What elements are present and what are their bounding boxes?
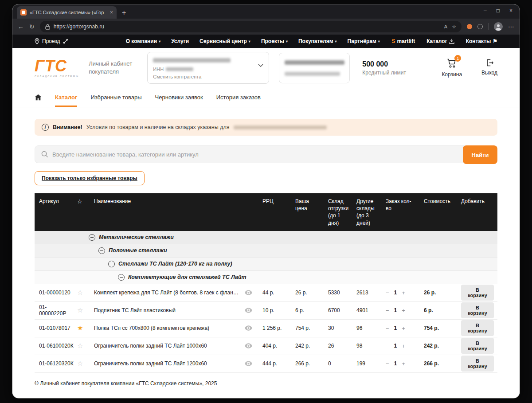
qty-minus-button[interactable]: −	[386, 360, 389, 367]
collapse-minus-icon[interactable]	[98, 247, 105, 254]
chevron-down-icon[interactable]	[258, 64, 263, 67]
cost-cell: 754 р.	[419, 325, 457, 331]
toolbar-divider	[488, 23, 489, 30]
reload-icon[interactable]: ↻	[29, 23, 35, 30]
nav-item-smartlift[interactable]: Smartlift	[391, 38, 415, 44]
minimize-button[interactable]: –	[484, 8, 487, 14]
contact-info	[279, 53, 350, 83]
collapse-minus-icon[interactable]	[108, 261, 115, 267]
category-row[interactable]: Комплектующие для стеллажей ТС Лайт	[35, 271, 497, 284]
tab-favorites[interactable]: Избранные товары	[90, 88, 141, 107]
qty-minus-button[interactable]: −	[386, 325, 389, 332]
nav-item-label: Партнёрам	[348, 38, 376, 44]
brand-s: S	[391, 38, 395, 44]
tab-order-history[interactable]: История заказов	[216, 88, 261, 107]
tab-drafts[interactable]: Черновики заявок	[155, 88, 203, 107]
nav-item-contacts[interactable]: Контакты ⚑	[466, 38, 497, 44]
qty-plus-button[interactable]: +	[402, 325, 405, 332]
qty-plus-button[interactable]: +	[402, 290, 405, 296]
qty-plus-button[interactable]: +	[402, 307, 405, 314]
browser-tab[interactable]: «ГТС Складские системы» («Гор ×	[17, 6, 117, 19]
add-to-cart-button[interactable]: В корзину	[461, 356, 494, 372]
page-footer: © Личный кабинет покупателя компании «ГТ…	[12, 373, 520, 398]
category-row[interactable]: Стеллажи ТС Лайт (120-170 кг на полку)	[35, 258, 497, 271]
logout-button[interactable]: Выход	[481, 58, 497, 78]
close-button[interactable]: ×	[509, 8, 512, 14]
favorite-star-icon[interactable]: ★	[77, 324, 83, 332]
browser-essentials-icon[interactable]	[477, 24, 483, 29]
extension-orange-icon[interactable]	[467, 24, 472, 29]
qty-plus-button[interactable]: +	[402, 360, 405, 367]
favorite-star-icon[interactable]: ☆	[77, 360, 83, 367]
transit-link[interactable]: Проезд	[35, 38, 68, 44]
nav-item-label: Покупателям	[298, 38, 333, 44]
warning-title: Внимание!	[53, 124, 82, 130]
favorite-page-icon[interactable]: ☆	[452, 24, 456, 30]
preview-eye-icon[interactable]	[245, 343, 252, 348]
back-icon[interactable]: ←	[18, 23, 24, 30]
rrc-cell: 444 р.	[258, 360, 291, 367]
nav-item-catalog-download[interactable]: Каталог	[426, 38, 454, 44]
preview-eye-icon[interactable]	[245, 325, 252, 331]
credit-label: Кредитный лимит	[362, 70, 406, 76]
favorite-star-icon[interactable]: ☆	[77, 306, 83, 314]
more-menu-icon[interactable]: ⋯	[508, 23, 514, 30]
favorites-filter-button[interactable]: Показать только избранные товары	[35, 171, 145, 185]
nav-item-label: Каталог	[426, 38, 447, 44]
stock-main-cell: 26	[324, 343, 352, 349]
qty-value[interactable]: 1	[394, 360, 397, 367]
qty-value[interactable]: 1	[394, 290, 397, 296]
warning-banner: i Внимание! Условия по товарам и наличие…	[35, 119, 497, 136]
search-input[interactable]	[52, 151, 457, 158]
preview-eye-icon[interactable]	[245, 290, 252, 295]
preview-eye-icon[interactable]	[245, 308, 252, 313]
company-logo[interactable]: ГТС СКЛАДСКИЕ СИСТЕМЫ	[35, 58, 79, 78]
your-price-cell: 242 р.	[291, 343, 324, 349]
caret-down-icon: ▾	[249, 39, 250, 43]
favorite-star-icon[interactable]: ☆	[77, 342, 83, 349]
header-article: Артикул	[35, 198, 77, 227]
table-row: 01-00000220Р ☆ Подпятник ТС Лайт пластик…	[35, 302, 497, 320]
profile-avatar[interactable]	[494, 22, 503, 31]
read-aloud-icon[interactable]: A	[444, 24, 447, 29]
new-tab-button[interactable]: +	[122, 9, 126, 17]
article-cell: 01-06100020К	[35, 343, 77, 349]
add-to-cart-button[interactable]: В корзину	[461, 302, 494, 318]
nav-item-company[interactable]: О компании▾	[126, 38, 161, 44]
nav-item-partners[interactable]: Партнёрам▾	[348, 38, 380, 44]
search-button[interactable]: Найти	[463, 145, 497, 164]
url-text: https://gortorgsnab.ru	[54, 23, 441, 30]
qty-value[interactable]: 1	[394, 307, 397, 313]
qty-minus-button[interactable]: −	[386, 290, 389, 296]
nav-item-services[interactable]: Услуги	[171, 38, 189, 44]
preview-eye-icon[interactable]	[245, 361, 252, 366]
category-row[interactable]: Полочные стеллажи	[35, 244, 497, 258]
qty-value[interactable]: 1	[394, 325, 397, 331]
collapse-minus-icon[interactable]	[89, 234, 95, 241]
cart-button[interactable]: 1 Корзина	[442, 58, 462, 78]
category-label: Стеллажи ТС Лайт (120-170 кг на полку)	[118, 261, 232, 267]
url-field[interactable]: https://gortorgsnab.ru A ☆	[40, 21, 462, 32]
article-cell: 01-01078017	[35, 325, 77, 331]
add-to-cart-button[interactable]: В корзину	[461, 285, 494, 301]
qty-plus-button[interactable]: +	[402, 343, 405, 349]
favorite-star-icon[interactable]: ☆	[77, 289, 83, 296]
tab-close-icon[interactable]: ×	[110, 9, 113, 16]
qty-minus-button[interactable]: −	[386, 343, 389, 349]
caret-down-icon: ▾	[335, 39, 337, 43]
qty-value[interactable]: 1	[394, 343, 397, 349]
contragent-selector[interactable]: ИНН Сменить контрагента	[147, 52, 269, 84]
change-contragent-link[interactable]: Сменить контрагента	[153, 74, 263, 79]
add-to-cart-button[interactable]: В корзину	[461, 320, 494, 336]
nav-item-service-center[interactable]: Сервисный центр▾	[200, 38, 250, 44]
home-icon[interactable]	[35, 94, 42, 101]
header-cost: Стоимость	[419, 198, 457, 227]
tab-catalog[interactable]: Каталог	[55, 88, 77, 107]
category-row[interactable]: Металлические стеллажи	[35, 231, 497, 244]
maximize-button[interactable]: □	[497, 8, 500, 14]
add-to-cart-button[interactable]: В корзину	[461, 338, 494, 354]
nav-item-buyers[interactable]: Покупателям▾	[298, 38, 337, 44]
nav-item-projects[interactable]: Проекты▾	[261, 38, 288, 44]
collapse-minus-icon[interactable]	[118, 274, 125, 281]
qty-minus-button[interactable]: −	[386, 307, 389, 314]
